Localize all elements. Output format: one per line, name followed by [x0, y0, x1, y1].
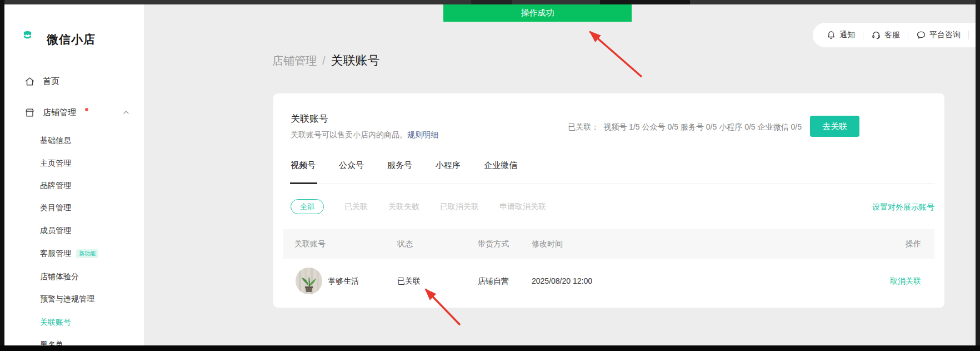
sidebar-subitem-label: 成员管理: [40, 226, 71, 236]
table-header-cell: 带货方式: [478, 229, 509, 259]
linked-stat-item: 服务号 0/5: [681, 122, 717, 131]
topbar-separator: [908, 31, 908, 39]
app-window: 微信小店 首页店铺管理基础信息主页管理品牌管理类目管理成员管理客服管理新功能店铺…: [0, 0, 980, 351]
window-left-border: [0, 0, 4, 351]
topbar-separator: [863, 31, 863, 39]
account-type-tabs: 视频号公众号服务号小程序企业微信: [291, 160, 517, 171]
filter-all[interactable]: 全部: [291, 199, 324, 214]
tabs-divider: [290, 184, 934, 184]
sidebar: 微信小店 首页店铺管理基础信息主页管理品牌管理类目管理成员管理客服管理新功能店铺…: [4, 4, 144, 345]
brand-logo[interactable]: 微信小店: [22, 30, 96, 49]
panel-description-text: 关联账号可以售卖小店内的商品。: [291, 130, 407, 139]
sidebar-subitem-linked-accounts[interactable]: 关联账号: [40, 314, 71, 331]
sidebar-subitem-label: 类目管理: [40, 203, 71, 213]
tab-video-account[interactable]: 视频号: [291, 160, 316, 171]
table-header-cell: 修改时间: [532, 229, 563, 259]
topbar-separator: [968, 31, 969, 39]
linked-stat-item: 企业微信 0/5: [758, 122, 802, 131]
filter-link-cancelled[interactable]: 已取消关联: [440, 202, 479, 212]
sidebar-subitem-label: 客服管理: [40, 249, 71, 259]
tab-mini-program[interactable]: 小程序: [436, 160, 461, 171]
linked-stats: 已关联： 视频号 1/5公众号 0/5服务号 0/5小程序 0/5企业微信 0/…: [568, 122, 802, 132]
table-header-cell: 关联账号: [294, 229, 326, 259]
tab-service-account[interactable]: 服务号: [387, 160, 412, 171]
sidebar-subitem-label: 品牌管理: [40, 181, 71, 191]
breadcrumb-parent[interactable]: 店铺管理: [272, 53, 317, 68]
modified-time-cell: 2025/08/20 12:00: [532, 259, 592, 303]
breadcrumb: 店铺管理 / 关联账号: [272, 52, 380, 69]
annotation-arrow-toast: [590, 32, 642, 77]
panel-description: 关联账号可以售卖小店内的商品。规则明细: [291, 130, 438, 140]
sidebar-subitem-basic-info[interactable]: 基础信息: [40, 132, 71, 149]
linked-stats-label: 已关联：: [568, 122, 599, 131]
topbar-item-customer-service[interactable]: 客服: [871, 30, 900, 40]
topbar-item-notifications[interactable]: 通知: [826, 30, 855, 40]
display-account-settings-link[interactable]: 设置对外展示账号: [872, 202, 934, 212]
tab-official-account[interactable]: 公众号: [339, 160, 364, 171]
shop-icon: [24, 107, 35, 118]
sidebar-item-label: 店铺管理: [43, 107, 76, 118]
sidebar-item-home[interactable]: 首页: [24, 72, 59, 91]
sidebar-subitem-label: 店铺体验分: [40, 272, 79, 282]
status-cell: 已关联: [397, 259, 421, 303]
sidebar-subitem-customer-service-management[interactable]: 客服管理新功能: [40, 245, 98, 262]
sidebar-subitem-member-management[interactable]: 成员管理: [40, 223, 71, 239]
account-name-cell: 掌够生活: [328, 259, 359, 303]
linked-stat-item: 公众号 0/5: [642, 122, 678, 131]
sidebar-subitem-shop-experience-score[interactable]: 店铺体验分: [40, 269, 79, 285]
wechat-store-logo-icon: [22, 30, 41, 49]
sidebar-subitem-brand-management[interactable]: 品牌管理: [40, 177, 71, 194]
chevron-up-icon[interactable]: [122, 108, 130, 116]
sidebar-subitem-warning-violation-management[interactable]: 预警与违规管理: [40, 291, 94, 308]
red-notification-dot: [85, 108, 88, 111]
table-header: 关联账号状态带货方式修改时间操作: [283, 229, 934, 259]
account-avatar: [296, 268, 322, 294]
panel-title: 关联账号: [291, 112, 328, 125]
rules-detail-link[interactable]: 规则明细: [407, 130, 438, 139]
new-feature-badge: 新功能: [76, 249, 98, 258]
success-toast: 操作成功: [443, 4, 632, 22]
headset-icon: [871, 30, 881, 40]
tab-enterprise-wechat[interactable]: 企业微信: [484, 160, 517, 171]
topbar-actions: 通知客服平台咨询: [813, 23, 980, 47]
filter-link-failed[interactable]: 关联失败: [388, 202, 419, 212]
sidebar-subitem-category-management[interactable]: 类目管理: [40, 200, 71, 216]
sidebar-item-shop-management[interactable]: 店铺管理: [24, 103, 88, 122]
bell-icon: [826, 30, 836, 40]
home-icon: [24, 76, 35, 87]
topbar-item-label: 客服: [884, 30, 900, 40]
window-top-border-segment: [471, 0, 512, 4]
topbar-item-label: 平台咨询: [929, 30, 961, 40]
table-row: 掌够生活已关联店铺自营2025/08/20 12:00取消关联: [283, 259, 934, 303]
window-right-border: [976, 0, 980, 351]
sidebar-subitem-label: 基础信息: [40, 136, 71, 146]
sidebar-subitem-homepage-management[interactable]: 主页管理: [40, 155, 71, 172]
linked-accounts-panel: 关联账号 关联账号可以售卖小店内的商品。规则明细 已关联： 视频号 1/5公众号…: [273, 93, 944, 308]
active-tab-underline: [290, 182, 317, 184]
action-cell: 取消关联: [890, 259, 921, 303]
sidebar-item-label: 首页: [43, 76, 59, 87]
window-top-border-segment: [600, 0, 690, 4]
topbar-item-label: 通知: [839, 30, 855, 40]
sidebar-subitem-label: 预警与违规管理: [40, 294, 94, 304]
table-header-cell: 操作: [906, 229, 921, 259]
filter-linked[interactable]: 已关联: [344, 202, 368, 212]
chat-icon: [916, 30, 926, 40]
status-filters: 全部已关联关联失败已取消关联申请取消关联: [291, 199, 546, 214]
breadcrumb-current: 关联账号: [331, 52, 380, 69]
filter-cancel-requested[interactable]: 申请取消关联: [499, 202, 546, 212]
linked-stat-item: 小程序 0/5: [719, 122, 755, 131]
topbar-item-platform-consult[interactable]: 平台咨询: [916, 30, 961, 40]
breadcrumb-separator: /: [322, 55, 326, 67]
sidebar-subitem-label: 关联账号: [40, 318, 71, 328]
window-bottom-border: [0, 345, 980, 351]
toast-message: 操作成功: [521, 8, 554, 18]
brand-name: 微信小店: [47, 32, 96, 47]
unlink-action-link[interactable]: 取消关联: [890, 276, 921, 285]
sell-mode-cell: 店铺自营: [478, 259, 509, 303]
go-link-button[interactable]: 去关联: [810, 116, 859, 137]
linked-stat-item: 视频号 1/5: [603, 122, 639, 131]
table-header-cell: 状态: [397, 229, 413, 259]
sidebar-subitem-label: 主页管理: [40, 159, 71, 169]
